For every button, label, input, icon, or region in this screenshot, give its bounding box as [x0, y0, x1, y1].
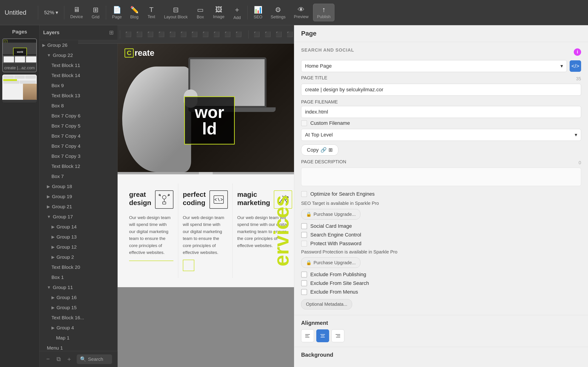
page-button[interactable]: 📄 Page — [108, 4, 125, 21]
info-badge[interactable]: i — [574, 48, 581, 56]
align-center-v-button[interactable]: ⬛ — [178, 29, 189, 40]
alignment-section: Alignment — [294, 315, 588, 347]
layer-box7copy5[interactable]: Box 7 Copy 5 — [40, 121, 117, 131]
page-title-input[interactable]: create | design by selcukyilmaz.cor — [301, 84, 581, 96]
layer-box8[interactable]: Box 8 — [40, 101, 117, 111]
page-filename-input[interactable]: index.html — [301, 106, 581, 118]
layer-box1[interactable]: Box 1 — [40, 272, 117, 282]
settings-button[interactable]: ⚙ Settings — [267, 4, 289, 21]
layer-group4[interactable]: ▶ Group 4 — [40, 323, 117, 333]
seo-button[interactable]: 📊 SEO — [250, 4, 266, 21]
insert-tools: 📄 Page ✏️ Blog T Text ⊟ Layout Block ▭ B… — [108, 3, 245, 22]
layer-box7copy3[interactable]: Box 7 Copy 3 — [40, 151, 117, 161]
grid-button[interactable]: ⊞ Grid — [87, 4, 104, 21]
layer-text-block-14[interactable]: Text Block 14 — [40, 70, 117, 81]
layer-group22-label: Group 22 — [53, 52, 73, 58]
align-center-h-button[interactable]: ⬛ — [134, 29, 145, 40]
layer-group15[interactable]: ▶ Group 15 — [40, 302, 117, 313]
layer-box7copy4b[interactable]: Box 7 Copy 4 — [40, 141, 117, 151]
align-left-rp-btn[interactable] — [301, 329, 314, 342]
main-canvas[interactable]: C reate world greatdesign — [118, 44, 294, 367]
layer-text-block-13[interactable]: Text Block 13 — [40, 91, 117, 101]
purchase-upgrade-btn-2[interactable]: 🔒 Purchase Upgrade... — [301, 257, 360, 268]
add-button[interactable]: ＋ Add — [229, 3, 245, 22]
bring-front-button[interactable]: ⬛ — [251, 29, 262, 40]
layer-box7[interactable]: Box 7 — [40, 171, 117, 181]
layout-block-button[interactable]: ⊟ Layout Block — [160, 4, 191, 21]
layer-text-block-12[interactable]: Text Block 12 — [40, 161, 117, 171]
layers-panel: Layers ⊞ ▶ Group 26 ▼ Group 22 Text Bloc… — [40, 25, 118, 367]
layers-panel-title: Layers — [43, 30, 60, 35]
exclude-menus-checkbox[interactable] — [301, 289, 307, 295]
copy-button[interactable]: Copy 🔗 ⊞ — [301, 144, 338, 156]
page-thumb-1[interactable]: C world create |...az.com — [2, 39, 37, 72]
publish-button[interactable]: ↑ Publish — [313, 4, 334, 21]
search-input[interactable]: Search — [88, 357, 103, 362]
minus-button[interactable]: − — [43, 354, 53, 365]
zoom-control[interactable]: 52% ▾ — [40, 8, 62, 17]
search-engine-checkbox[interactable] — [301, 232, 307, 238]
page-thumb-2[interactable] — [2, 75, 37, 102]
layer-group2[interactable]: ▶ Group 2 — [40, 252, 117, 262]
layer-group18[interactable]: ▶ Group 18 — [40, 181, 117, 192]
protect-password-checkbox[interactable] — [301, 241, 307, 247]
device-button[interactable]: 🖥 Device — [67, 4, 86, 21]
image-button[interactable]: 🖼 Image — [209, 4, 228, 21]
layer-group14[interactable]: ▶ Group 14 — [40, 222, 117, 232]
layer-text-block-11[interactable]: Text Block 11 — [40, 60, 117, 70]
at-top-level-select[interactable]: At Top Level ▾ — [301, 129, 581, 141]
align-middle-button[interactable]: ⬛ — [222, 29, 233, 40]
layer-group19[interactable]: ▶ Group 19 — [40, 192, 117, 202]
text-button[interactable]: T Text — [143, 4, 159, 21]
bring-forward-button[interactable]: ⬛ — [262, 29, 273, 40]
align-center-rp-btn[interactable] — [316, 329, 329, 342]
align-distribute-v-button[interactable]: ⬛ — [189, 29, 199, 40]
box-button[interactable]: ▭ Box — [192, 4, 208, 21]
layer-group13[interactable]: ▶ Group 13 — [40, 232, 117, 242]
custom-filename-row: Custom Filename — [301, 120, 581, 126]
layer-text-block-16-label: Text Block 16... — [52, 315, 84, 320]
blog-button[interactable]: ✏️ Blog — [126, 4, 142, 21]
duplicate-button[interactable]: ⧉ — [53, 354, 64, 365]
exclude-publishing-checkbox[interactable] — [301, 272, 307, 277]
send-back-button[interactable]: ⬛ — [284, 29, 295, 40]
exclude-site-search-checkbox[interactable] — [301, 280, 307, 286]
purchase-upgrade-btn-1[interactable]: 🔒 Purchase Upgrade... — [301, 209, 360, 219]
align-left-button[interactable]: ⬛ — [123, 29, 133, 40]
hero-section[interactable]: C reate world — [118, 44, 294, 172]
layer-box7copy6[interactable]: Box 7 Copy 6 — [40, 111, 117, 121]
align-space-v-button[interactable]: ⬛ — [200, 29, 211, 40]
align-right-rp-btn[interactable] — [331, 329, 344, 342]
layer-text-block-16[interactable]: Text Block 16... — [40, 313, 117, 323]
layers-list-icon[interactable]: ⊞ — [109, 29, 114, 36]
layer-group22[interactable]: ▼ Group 22 — [40, 50, 117, 60]
code-button[interactable]: </> — [570, 60, 581, 72]
layer-box7copy4a[interactable]: Box 7 Copy 4 — [40, 131, 117, 141]
layer-box9[interactable]: Box 9 — [40, 81, 117, 91]
layer-group11[interactable]: ▼ Group 11 — [40, 282, 117, 292]
layer-group16[interactable]: ▶ Group 16 — [40, 292, 117, 302]
world-box[interactable]: world — [184, 96, 235, 144]
layer-group17[interactable]: ▼ Group 17 — [40, 212, 117, 222]
align-space-h-button[interactable]: ⬛ — [167, 29, 178, 40]
align-right-button[interactable]: ⬛ — [145, 29, 156, 40]
preview-icon: 👁 — [298, 6, 304, 14]
preview-button[interactable]: 👁 Preview — [290, 4, 312, 21]
social-card-checkbox[interactable] — [301, 223, 307, 229]
send-backward-button[interactable]: ⬛ — [273, 29, 284, 40]
align-bottom-button[interactable]: ⬛ — [233, 29, 244, 40]
layer-text-block-20[interactable]: Text Block 20 — [40, 262, 117, 272]
home-page-select[interactable]: Home Page ▾ — [301, 60, 567, 72]
align-top-button[interactable]: ⬛ — [211, 29, 222, 40]
custom-filename-checkbox[interactable] — [301, 120, 307, 126]
layer-map1[interactable]: Map 1 — [40, 333, 117, 343]
page-desc-textarea[interactable] — [301, 168, 581, 186]
layer-group12[interactable]: ▶ Group 12 — [40, 242, 117, 252]
align-distribute-h-button[interactable]: ⬛ — [156, 29, 166, 40]
pages-panel-title: Pages — [2, 29, 37, 35]
thumb1-nav-card-3 — [26, 56, 36, 62]
layer-group21[interactable]: ▶ Group 21 — [40, 202, 117, 212]
add-page-button[interactable]: ＋ — [64, 354, 74, 365]
optimize-checkbox[interactable] — [301, 191, 307, 197]
optional-metadata-btn[interactable]: Optional Metadata... — [301, 299, 352, 309]
